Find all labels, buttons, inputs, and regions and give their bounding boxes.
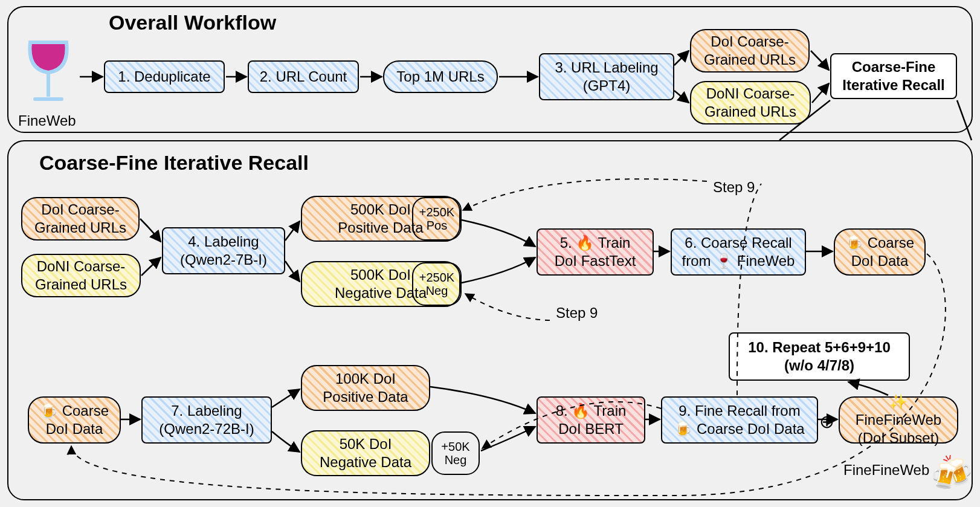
beers-icon: 🍻 xyxy=(930,453,973,493)
finefineweb-subset: ✨ FineFineWeb (DoI Subset) xyxy=(839,396,958,444)
finefineweb-label: FineFineWeb xyxy=(843,462,929,479)
oplus-symbol: ⊕ xyxy=(819,411,834,432)
step-9-fine-recall: 9. Fine Recall from 🍺 Coarse DoI Data xyxy=(661,396,818,444)
step-5-train-fasttext: 5. 🔥 Train DoI FastText xyxy=(537,228,654,276)
title-overall-workflow: Overall Workflow xyxy=(109,11,276,34)
panel-coarse-fine-recall xyxy=(7,140,973,500)
step-8-train-bert: 8. 🔥 Train DoI BERT xyxy=(537,396,645,444)
doni-coarse-urls: DoNI Coarse- Grained URLs xyxy=(21,254,141,297)
doi-coarse-urls-top: DoI Coarse- Grained URLs xyxy=(690,29,810,73)
step-6-coarse-recall: 6. Coarse Recall from 🍷 FineWeb xyxy=(671,228,806,276)
fineweb-label: FineWeb xyxy=(18,112,76,129)
wine-icon xyxy=(18,36,79,109)
doi-coarse-urls: DoI Coarse- Grained URLs xyxy=(21,197,140,241)
coarse-doi-data-2: 🍺 Coarse DoI Data xyxy=(28,396,121,444)
pos-500k-addon: +250K Pos xyxy=(412,197,462,241)
step-3-url-labeling: 3. URL Labeling (GPT4) xyxy=(539,53,674,100)
step-10-repeat: 10. Repeat 5+6+9+10 (w/o 4/7/8) xyxy=(729,332,910,381)
step-7-labeling: 7. Labeling (Qwen2-72B-I) xyxy=(141,396,272,444)
coarse-fine-iterative-recall-box: Coarse-Fine Iterative Recall xyxy=(830,53,957,99)
neg-50k: 50K DoI Negative Data xyxy=(301,430,430,476)
step-4-labeling: 4. Labeling (Qwen2-7B-I) xyxy=(162,227,285,274)
pos-100k: 100K DoI Positive Data xyxy=(301,365,430,411)
step-1-deduplicate: 1. Deduplicate xyxy=(104,60,225,93)
step9-label-top: Step 9 xyxy=(713,179,755,196)
step-2-url-count: 2. URL Count xyxy=(248,60,359,93)
top-1m-urls: Top 1M URLs xyxy=(383,60,498,93)
neg-500k-addon: +250K Neg xyxy=(412,262,462,306)
title-coarse-fine: Coarse-Fine Iterative Recall xyxy=(39,151,309,175)
coarse-doi-data: 🍺 Coarse DoI Data xyxy=(834,228,926,276)
step9-label-mid: Step 9 xyxy=(556,305,598,321)
doni-coarse-urls-top: DoNI Coarse- Grained URLs xyxy=(690,81,811,124)
neg-50k-addon: +50K Neg xyxy=(431,431,480,475)
